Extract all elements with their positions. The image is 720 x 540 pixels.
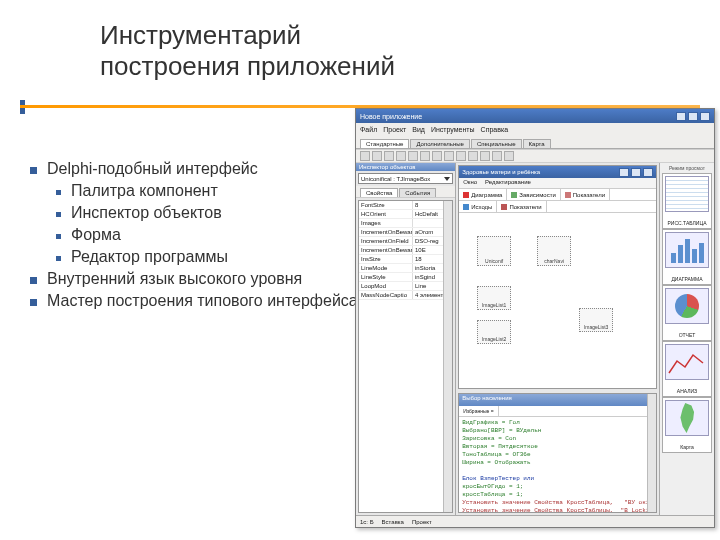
- form-component[interactable]: charNavi: [537, 236, 571, 266]
- palette-component-icon[interactable]: [444, 151, 454, 161]
- object-inspector-header: Инспектор объектов: [356, 163, 455, 171]
- bullet-1b: Инспектор объектов: [71, 204, 360, 222]
- palette-component-icon[interactable]: [372, 151, 382, 161]
- chart-icon: [463, 192, 469, 198]
- menu-bar: Файл Проект Вид Инструменты Справка: [356, 123, 714, 135]
- form-maximize-button[interactable]: [631, 168, 641, 177]
- property-name: Images: [359, 219, 413, 227]
- grid-icon: [463, 204, 469, 210]
- inspector-tab-events[interactable]: События: [399, 188, 436, 197]
- minimize-button[interactable]: [676, 112, 686, 121]
- preview-card[interactable]: ДИАГРАММА: [662, 229, 712, 285]
- menu-file[interactable]: Файл: [360, 126, 377, 133]
- close-button[interactable]: [700, 112, 710, 121]
- preview-card[interactable]: ОТЧЕТ: [662, 285, 712, 341]
- inspector-property-row[interactable]: MassNodeCaptio4 элемента: [359, 291, 452, 300]
- form-tabs: Диаграмма Зависимости Показатели: [459, 189, 656, 201]
- palette-component-icon[interactable]: [420, 151, 430, 161]
- inspector-property-row[interactable]: LoopModLine: [359, 282, 452, 291]
- palette-tab-special[interactable]: Специальные: [471, 139, 522, 148]
- form-subtab-outcomes[interactable]: Исходы: [459, 201, 497, 212]
- right-preview-panel: Режим просмот РИСС.ТАБЛИЦАДИАГРАММАОТЧЕТ…: [659, 163, 714, 515]
- inspector-property-row[interactable]: LineStyleinSgind: [359, 273, 452, 282]
- property-name: InsSize: [359, 255, 413, 263]
- preview-card-label: ДИАГРАММА: [671, 276, 702, 282]
- inspector-property-row[interactable]: HCOrientHcDefalt: [359, 210, 452, 219]
- status-cell-1: 1с: Б: [360, 519, 374, 525]
- bullet-2: Внутренний язык высокого уровня: [47, 270, 360, 288]
- form-tab-indicators[interactable]: Показатели: [561, 189, 610, 200]
- maximize-button[interactable]: [688, 112, 698, 121]
- palette-tab-standard[interactable]: Стандартные: [360, 139, 409, 148]
- code-editor-scrollbar[interactable]: [647, 394, 656, 512]
- palette-component-icon[interactable]: [504, 151, 514, 161]
- property-name: IncrementOnBeware: [359, 228, 413, 236]
- palette-component-icon[interactable]: [480, 151, 490, 161]
- form-subtab-indicators[interactable]: Показатели: [497, 201, 546, 212]
- ide-window: Новое приложение Файл Проект Вид Инструм…: [355, 108, 715, 528]
- preview-card[interactable]: РИСС.ТАБЛИЦА: [662, 173, 712, 229]
- inspector-property-row[interactable]: IncrementOnBewareaOrom: [359, 228, 452, 237]
- window-title: Новое приложение: [360, 113, 422, 120]
- inspector-scrollbar[interactable]: [443, 201, 452, 512]
- inspector-property-row[interactable]: InsSize18: [359, 255, 452, 264]
- bullet-icon: [30, 167, 37, 174]
- inspector-property-row[interactable]: IncrementOnFieldDSO-reg: [359, 237, 452, 246]
- property-name: LoopMod: [359, 282, 413, 290]
- palette-component-icon[interactable]: [384, 151, 394, 161]
- inspector-component-combo[interactable]: Uniconifical : TJImageBox: [358, 173, 453, 184]
- menu-project[interactable]: Проект: [383, 126, 406, 133]
- inspector-property-row[interactable]: IncrementOnBeware10E: [359, 246, 452, 255]
- preview-card[interactable]: Карта: [662, 397, 712, 453]
- palette-component-icon[interactable]: [432, 151, 442, 161]
- form-titlebar[interactable]: Здоровье матери и ребёнка: [459, 166, 656, 178]
- preview-card-label: Карта: [680, 444, 693, 450]
- palette-component-icon[interactable]: [468, 151, 478, 161]
- inspector-selected-name: Uniconifical : TJImageBox: [361, 176, 430, 182]
- palette-component-icon[interactable]: [456, 151, 466, 161]
- inspector-property-row[interactable]: FontSize8: [359, 201, 452, 210]
- palette-tab-additional[interactable]: Дополнительные: [410, 139, 470, 148]
- palette-component-icon[interactable]: [408, 151, 418, 161]
- inspector-tab-properties[interactable]: Свойства: [360, 188, 398, 197]
- property-name: LineStyle: [359, 273, 413, 281]
- code-tab[interactable]: Избранные =: [459, 406, 498, 416]
- slide-title-line2: построения приложений: [100, 51, 395, 82]
- menu-tools[interactable]: Инструменты: [431, 126, 475, 133]
- inspector-property-grid[interactable]: FontSize8HCOrientHcDefaltImagesIncrement…: [358, 200, 453, 513]
- form-designer[interactable]: Здоровье матери и ребёнка Окно Редактиро…: [458, 165, 657, 389]
- form-tab-deps[interactable]: Зависимости: [507, 189, 560, 200]
- property-name: LineMode: [359, 264, 413, 272]
- inspector-property-row[interactable]: Images: [359, 219, 452, 228]
- property-name: HCOrient: [359, 210, 413, 218]
- form-component[interactable]: ImageList3: [579, 308, 613, 332]
- object-inspector-panel: Инспектор объектов Uniconifical : TJImag…: [356, 163, 456, 515]
- slide-title-line1: Инструментарий: [100, 20, 395, 51]
- form-component[interactable]: ImageList1: [477, 286, 511, 310]
- preview-card[interactable]: АНАЛИЗ: [662, 341, 712, 397]
- slide-title: Инструментарий построения приложений: [100, 20, 395, 82]
- code-editor-text[interactable]: ВидГрафика = Гол Выбрано[ВВР] = ВУдельн …: [459, 417, 656, 513]
- palette-component-icon[interactable]: [360, 151, 370, 161]
- palette-component-icon[interactable]: [396, 151, 406, 161]
- bullet-icon: [56, 190, 61, 195]
- palette-component-icon[interactable]: [492, 151, 502, 161]
- menu-help[interactable]: Справка: [481, 126, 508, 133]
- inspector-property-row[interactable]: LineModeinStoria: [359, 264, 452, 273]
- form-tab-diagram[interactable]: Диаграмма: [459, 189, 507, 200]
- status-cell-2: Вставка: [382, 519, 404, 525]
- window-titlebar[interactable]: Новое приложение: [356, 109, 714, 123]
- bullet-icon: [56, 256, 61, 261]
- form-component[interactable]: ImageList2: [477, 320, 511, 344]
- form-minimize-button[interactable]: [619, 168, 629, 177]
- form-close-button[interactable]: [643, 168, 653, 177]
- palette-tab-map[interactable]: Карта: [523, 139, 551, 148]
- status-bar: 1с: Б Вставка Проект: [356, 515, 714, 527]
- bullet-1d: Редактор программы: [71, 248, 360, 266]
- indicator-icon: [565, 192, 571, 198]
- form-component[interactable]: Uniconif: [477, 236, 511, 266]
- chevron-down-icon: [444, 177, 450, 181]
- bullet-icon: [30, 277, 37, 284]
- preview-card-label: ОТЧЕТ: [679, 332, 696, 338]
- menu-view[interactable]: Вид: [412, 126, 425, 133]
